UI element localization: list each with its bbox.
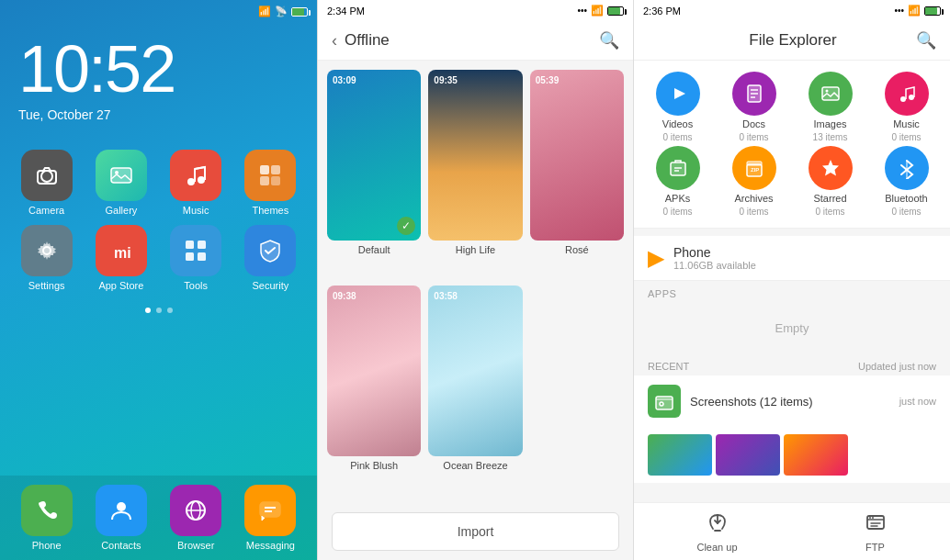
ftp-button[interactable]: FTP [864, 510, 888, 553]
app-themes[interactable]: Themes [238, 150, 303, 216]
theme-pinkblush-time: 09:38 [333, 291, 356, 301]
recent-section-label: RECENT [648, 361, 689, 372]
svg-point-44 [872, 517, 874, 519]
gallery-icon [96, 150, 147, 201]
dock-phone[interactable]: Phone [14, 485, 79, 551]
theme-highlife-thumb: 09:35 [428, 70, 522, 241]
camera-icon [21, 150, 73, 201]
phone-storage-icon: ▶ [648, 245, 664, 271]
themes-grid: 03:09 ✓ Default 09:35 High Life 05:39 Ro… [318, 61, 633, 503]
videos-icon [656, 72, 700, 116]
signal-dots-fe: ••• [894, 6, 904, 16]
app-appstore[interactable]: mi App Store [88, 225, 153, 291]
fe-cat-bluetooth-label: Bluetooth [885, 193, 927, 204]
starred-icon [809, 146, 853, 190]
fe-cat-archives[interactable]: ZIP Archives 0 items [718, 146, 790, 217]
fe-cat-starred-count: 0 items [815, 207, 844, 217]
status-bar-home: 📶 📡 [0, 0, 317, 17]
settings-icon [21, 225, 73, 276]
phone-name: Phone [673, 245, 756, 260]
fe-cat-bluetooth[interactable]: Bluetooth 0 items [870, 146, 943, 217]
music-icon [170, 150, 221, 201]
clock: 10:52 [18, 36, 317, 102]
dot-3 [167, 308, 173, 313]
app-tools[interactable]: Tools [164, 225, 229, 291]
status-time-fe: 2:36 PM [643, 6, 681, 17]
recent-item-screenshots[interactable]: Screenshots (12 items) just now [634, 375, 950, 427]
theme-default[interactable]: 03:09 ✓ Default [327, 70, 421, 278]
time-display: 10:52 Tue, October 27 [0, 17, 317, 122]
svg-rect-2 [111, 168, 131, 183]
music-fe-icon [885, 72, 929, 116]
fe-phone-section[interactable]: ▶ Phone 11.06GB available [634, 236, 950, 281]
fe-cat-music[interactable]: Music 0 items [870, 72, 943, 142]
svg-rect-40 [656, 397, 673, 409]
fe-cat-starred-label: Starred [813, 193, 846, 204]
fe-bottom-bar: Clean up FTP [634, 502, 950, 560]
app-gallery[interactable]: Gallery [88, 150, 153, 216]
fe-categories-grid: Videos 0 items Docs 0 items Images 13 it… [634, 61, 950, 229]
theme-rose-label: Rosé [565, 244, 589, 255]
recent-screenshots-info: Screenshots (12 items) [690, 395, 813, 409]
app-camera[interactable]: Camera [14, 150, 79, 216]
home-screen: 📶 📡 10:52 Tue, October 27 Camera Gallery… [0, 0, 317, 560]
app-settings[interactable]: Settings [14, 225, 79, 291]
theme-rose[interactable]: 05:39 Rosé [530, 70, 624, 278]
svg-point-17 [117, 502, 126, 511]
search-button-themes[interactable]: 🔍 [599, 30, 619, 50]
screenshots-folder-icon [648, 385, 681, 418]
import-button[interactable]: Import [332, 512, 619, 551]
status-bar-fe: 2:36 PM ••• 📶 [634, 0, 950, 21]
fe-cat-archives-label: Archives [734, 193, 773, 204]
fe-cat-videos[interactable]: Videos 0 items [641, 72, 714, 142]
dock-browser-label: Browser [177, 540, 214, 551]
theme-oceanbreeze[interactable]: 03:58 Ocean Breeze [428, 286, 522, 494]
dock-contacts[interactable]: Contacts [88, 485, 153, 551]
dock-browser[interactable]: Browser [164, 485, 229, 551]
svg-text:mi: mi [114, 245, 131, 261]
bluetooth-icon [885, 146, 929, 190]
dock-messaging[interactable]: Messaging [238, 485, 303, 551]
theme-pinkblush-label: Pink Blush [350, 460, 398, 471]
app-music[interactable]: Music [164, 150, 229, 216]
fe-cat-videos-label: Videos [662, 118, 693, 129]
svg-point-43 [869, 517, 871, 519]
recent-updated: Updated just now [858, 361, 936, 372]
wifi-icon-themes: 📶 [591, 5, 604, 17]
svg-rect-15 [186, 252, 194, 261]
fe-cat-docs-count: 0 items [739, 132, 768, 142]
home-apps-grid: Camera Gallery Music Themes [0, 122, 317, 300]
theme-default-time: 03:09 [333, 75, 356, 85]
theme-rose-time: 05:39 [536, 75, 560, 85]
fe-cat-apks[interactable]: APKs 0 items [641, 146, 714, 217]
tools-icon [170, 225, 221, 276]
images-icon [809, 72, 853, 116]
app-security[interactable]: Security [238, 225, 303, 291]
docs-icon [732, 72, 776, 116]
dock-phone-label: Phone [32, 540, 62, 551]
svg-rect-7 [260, 165, 269, 174]
fe-title: File Explorer [670, 31, 916, 50]
fe-cat-docs[interactable]: Docs 0 items [718, 72, 790, 142]
fe-cat-images[interactable]: Images 13 items [794, 72, 866, 142]
app-music-label: Music [183, 205, 209, 216]
fe-cat-images-count: 13 items [813, 132, 848, 142]
theme-pinkblush[interactable]: 09:38 Pink Blush [327, 286, 421, 494]
recent-header: RECENT Updated just now [634, 353, 950, 375]
svg-point-5 [198, 176, 205, 184]
back-button[interactable]: ‹ [332, 31, 337, 50]
cleanup-button[interactable]: Clean up [696, 510, 737, 553]
wifi-icon-fe: 📶 [908, 5, 921, 17]
svg-rect-10 [271, 176, 280, 185]
fe-cat-docs-label: Docs [742, 118, 765, 129]
fe-search-button[interactable]: 🔍 [916, 30, 936, 50]
svg-rect-13 [186, 241, 194, 249]
fe-cat-starred[interactable]: Starred 0 items [794, 146, 866, 217]
battery-icon [291, 7, 308, 17]
svg-rect-29 [822, 87, 839, 100]
fe-header: File Explorer 🔍 [634, 21, 950, 61]
security-icon [244, 225, 296, 276]
app-camera-label: Camera [28, 205, 64, 216]
svg-point-0 [41, 171, 52, 182]
theme-highlife[interactable]: 09:35 High Life [428, 70, 522, 278]
